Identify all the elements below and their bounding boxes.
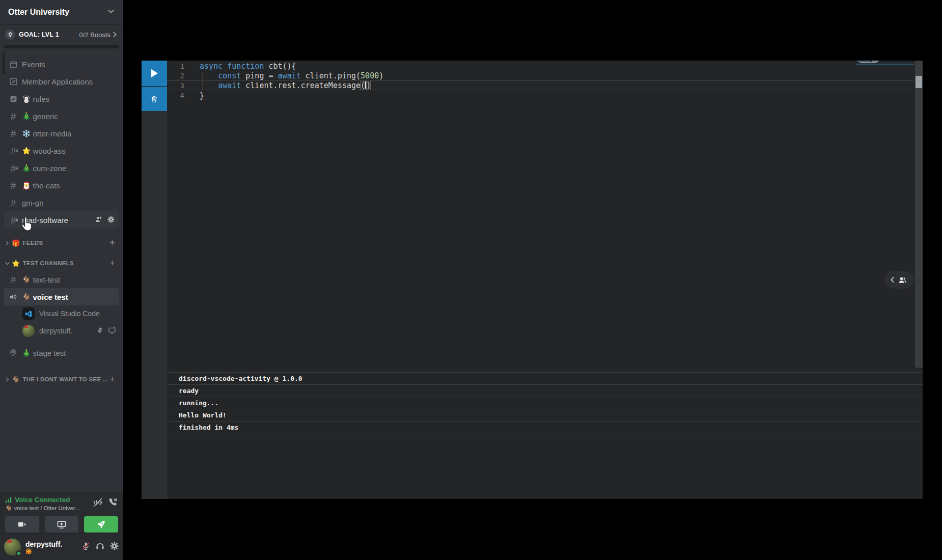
minimap-mark [857, 61, 871, 62]
add-channel-icon[interactable]: + [109, 374, 118, 385]
channel-events[interactable]: Events [4, 55, 119, 73]
minimap-mark [872, 61, 879, 62]
channel-otter-media[interactable]: # ❄️ otter-media [4, 125, 119, 142]
minimap[interactable] [856, 61, 914, 66]
disconnect-call-icon[interactable] [108, 497, 118, 510]
noise-suppression-icon[interactable] [93, 497, 103, 510]
hash-lock-icon: # [8, 146, 18, 156]
chevron-right-icon [5, 241, 10, 245]
star-emoji: ⭐ [22, 147, 31, 155]
console-line: discord-vscode-activity @ 1.0.0 [167, 372, 923, 384]
editor-scrollbar[interactable] [915, 61, 923, 368]
code-lines: 1async function cbt(){2 const ping = awa… [167, 62, 856, 101]
camera-icon [17, 520, 27, 529]
channel-stage-test[interactable]: 🎄 stage test [4, 344, 119, 361]
minimap-mark [860, 62, 877, 63]
server-sidebar: Otter University GOAL: LVL 1 0/2 Boosts … [0, 0, 123, 560]
voice-channel-location[interactable]: 🐐 voice test / Otter Univer... [5, 505, 93, 512]
mouse-hand-cursor [19, 217, 33, 234]
console-line: ready [167, 384, 923, 397]
activity-launcher-button[interactable] [84, 516, 118, 533]
channel-text-test[interactable]: # 🐐 text-test [4, 271, 119, 288]
category-test-channels[interactable]: ⭐ TEST CHANNELS + [4, 256, 119, 271]
channel-list: Events Member Applications ☃️ rules # 🎄 … [0, 53, 123, 387]
custom-status-emoji: 🙆 [25, 548, 81, 554]
line-number: 2 [167, 71, 184, 81]
goat-emoji: 🐐 [22, 293, 31, 301]
server-name: Otter University [8, 8, 69, 17]
channel-wood-ass[interactable]: # ⭐ wood-ass [4, 142, 119, 159]
online-status-dot [16, 550, 22, 556]
channel-the-cats[interactable]: # 🎅 the-cats [4, 177, 119, 194]
category-bottom[interactable]: 🐐 THE I DONT WANT TO SEE ... + [4, 372, 119, 387]
goal-label: GOAL: LVL 1 [19, 31, 79, 38]
tree-emoji: 🎄 [22, 164, 31, 172]
channel-rules[interactable]: ☃️ rules [4, 90, 119, 107]
server-header[interactable]: Otter University [0, 0, 123, 24]
code-editor[interactable]: 1async function cbt(){2 const ping = awa… [167, 62, 856, 101]
category-feeds[interactable]: 🎁 FEEDS + [4, 235, 119, 250]
screen-share-icon [57, 520, 67, 529]
stage-icon [8, 348, 18, 357]
minimap-current-line [856, 64, 914, 65]
chevron-down-icon [5, 261, 10, 266]
deafen-button[interactable] [95, 541, 105, 553]
code-line[interactable]: 2 const ping = await client.ping(5000) [167, 71, 856, 81]
screen-share-button[interactable] [45, 516, 79, 533]
hash-lock-icon: # [8, 215, 18, 225]
channel-voice-test[interactable]: 🐐 voice test [4, 288, 119, 305]
editor-toolbar [142, 61, 167, 499]
code-line[interactable]: 3 await client.rest.createMessage() [167, 81, 856, 91]
camera-button[interactable] [5, 516, 39, 533]
mute-mic-button[interactable] [81, 541, 91, 553]
voice-connection-status[interactable]: Voice Connected 🐐 voice test / Otter Uni… [0, 492, 123, 512]
code-line[interactable]: 1async function cbt(){ [167, 62, 856, 71]
channel-member-applications[interactable]: Member Applications [4, 73, 119, 90]
line-number: 4 [167, 91, 184, 101]
goat-emoji: 🐐 [5, 505, 12, 511]
snowman-emoji: ☃️ [22, 95, 31, 103]
scrollbar-thumb[interactable] [916, 76, 922, 88]
clear-output-button[interactable] [142, 86, 167, 111]
user-panel: derpystuff. 🙆 [0, 533, 123, 560]
chevron-left-icon [890, 276, 895, 283]
hash-icon: # [8, 129, 18, 138]
members-icon [897, 275, 907, 285]
activity-visual-studio-code[interactable]: Visual Studio Code [4, 305, 119, 322]
channel-generic[interactable]: # 🎄 generic [4, 107, 119, 125]
voice-connected-label: Voice Connected [15, 496, 70, 503]
play-icon [150, 69, 158, 78]
add-channel-icon[interactable]: + [109, 238, 118, 248]
hash-icon: # [8, 181, 18, 190]
vscode-activity-panel: 1async function cbt(){2 const ping = awa… [142, 61, 923, 499]
chevron-right-icon [113, 32, 117, 38]
user-area: Voice Connected 🐐 voice test / Otter Uni… [0, 492, 123, 560]
boost-icon [5, 30, 15, 40]
mic-muted-icon [96, 326, 104, 335]
hash-icon: # [8, 198, 18, 208]
add-channel-icon[interactable]: + [109, 258, 118, 269]
channel-gm-gn[interactable]: # gm-gn [4, 194, 119, 211]
clipboard-pencil-icon [8, 77, 18, 86]
settings-gear-button[interactable] [109, 541, 119, 553]
console-line: finished in 4ms [167, 421, 923, 433]
invite-person-icon[interactable] [95, 215, 103, 225]
rocket-icon [96, 520, 106, 529]
tree-emoji: 🎄 [22, 349, 31, 357]
gear-icon[interactable] [107, 215, 115, 225]
signal-bars-icon [5, 496, 12, 503]
boost-goal-row[interactable]: GOAL: LVL 1 0/2 Boosts [0, 24, 123, 40]
hash-lock-icon: # [8, 163, 18, 173]
channel-cum-zone[interactable]: # 🎄 cum-zone [4, 159, 119, 177]
hash-icon: # [8, 111, 18, 121]
username[interactable]: derpystuff. [25, 540, 81, 548]
avatar[interactable] [4, 539, 21, 555]
console-line: running... [167, 397, 923, 409]
boost-progress-bar [4, 45, 119, 48]
sidebar-scrollbar[interactable] [3, 52, 5, 74]
voice-member-derpystuff[interactable]: derpystuff. [4, 322, 119, 340]
members-panel-toggle[interactable] [884, 271, 913, 289]
line-number: 3 [167, 81, 184, 91]
run-code-button[interactable] [142, 61, 167, 86]
code-line[interactable]: 4} [167, 91, 856, 101]
